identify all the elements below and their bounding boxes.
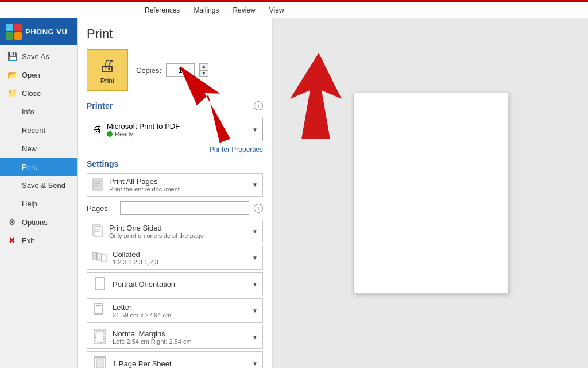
margins-icon: [92, 329, 108, 345]
pages-input[interactable]: [120, 201, 249, 215]
copies-input[interactable]: [166, 63, 195, 77]
logo: PHONG VU: [0, 18, 77, 45]
status-dot: [107, 131, 113, 137]
info-icon: [7, 106, 17, 117]
sidebar-item-label: Recent: [22, 126, 45, 135]
setting-collated[interactable]: Collated 1,2,3 1,2,3 1,2,3 ▼: [87, 246, 263, 270]
print-panel: Print 🖨 Print Copies: ▲ ▼ Print: [78, 18, 273, 368]
setting-dropdown-arrow: ▼: [252, 228, 258, 235]
content-area: Print 🖨 Print Copies: ▲ ▼ Print: [78, 18, 588, 368]
setting-main: Letter: [113, 303, 171, 312]
setting-inner: Print All Pages Print the entire documen…: [92, 177, 180, 193]
sidebar-item-save-send[interactable]: Save & Send: [0, 176, 77, 194]
printer-name: Microsoft Print to PDF: [107, 122, 180, 131]
exit-icon: ✖: [7, 235, 17, 246]
sidebar-item-exit[interactable]: ✖ Exit: [0, 231, 77, 250]
top-menubar: References Mailings Review View: [0, 2, 588, 18]
setting-paper-size[interactable]: Letter 21.59 cm x 27.94 cm ▼: [87, 298, 263, 323]
menu-review[interactable]: Review: [226, 4, 262, 17]
setting-orientation[interactable]: Portrait Orientation ▼: [87, 272, 263, 296]
sidebar-item-close[interactable]: 📁 Close: [0, 84, 77, 102]
setting-dropdown-arrow: ▼: [252, 182, 258, 188]
recent-icon: [7, 125, 17, 135]
setting-text: Portrait Orientation: [113, 280, 175, 289]
printer-section-header: Printer i: [87, 101, 263, 113]
setting-main: Collated: [113, 250, 158, 259]
setting-pages-per-sheet[interactable]: 1 Page Per Sheet ▼: [87, 351, 263, 368]
sidebar-item-label: Save As: [22, 52, 49, 61]
printer-inner: 🖨 Microsoft Print to PDF Ready: [92, 122, 180, 137]
close-icon: 📁: [7, 88, 17, 98]
setting-main: Print All Pages: [109, 177, 180, 186]
sidebar: PHONG VU 💾 Save As 📂 Open 📁 Close Info R: [0, 18, 78, 368]
save-send-icon: [7, 180, 17, 190]
copies-row: Copies: ▲ ▼: [136, 63, 208, 77]
copies-down[interactable]: ▼: [199, 70, 208, 77]
logo-grid: [6, 24, 22, 40]
setting-dropdown-arrow: ▼: [252, 308, 258, 314]
preview-area: [273, 18, 588, 368]
setting-margins[interactable]: Normal Margins Left: 2.54 cm Right: 2.54…: [87, 325, 263, 349]
copies-spinner: ▲ ▼: [199, 63, 208, 77]
sidebar-items: 💾 Save As 📂 Open 📁 Close Info Recent: [0, 45, 77, 250]
pages-label: Pages:: [87, 204, 115, 213]
copies-up[interactable]: ▲: [199, 63, 208, 70]
printer-properties-anchor[interactable]: Printer Properties: [210, 145, 263, 154]
setting-dropdown-arrow: ▼: [252, 255, 258, 261]
setting-inner: Collated 1,2,3 1,2,3 1,2,3: [92, 250, 158, 266]
sidebar-item-print[interactable]: Print: [0, 158, 77, 176]
sidebar-item-label: Open: [22, 71, 40, 79]
brand-name: PHONG VU: [25, 28, 67, 36]
printer-info-icon[interactable]: i: [254, 101, 263, 110]
sidebar-item-new[interactable]: New: [0, 139, 77, 158]
setting-text: Print One Sided Only print on one side o…: [109, 224, 204, 239]
setting-dropdown-arrow: ▼: [252, 281, 258, 288]
setting-text: Collated 1,2,3 1,2,3 1,2,3: [113, 250, 158, 266]
printer-info: Microsoft Print to PDF Ready: [107, 122, 180, 137]
setting-inner: 1 Page Per Sheet: [92, 355, 172, 368]
one-sided-icon: [92, 224, 105, 239]
settings-section-header: Settings: [87, 159, 263, 168]
sidebar-item-save-as[interactable]: 💾 Save As: [0, 47, 77, 66]
new-icon: [7, 143, 17, 154]
svg-rect-9: [97, 254, 102, 260]
menu-mailings[interactable]: Mailings: [187, 4, 226, 17]
setting-print-pages[interactable]: Print All Pages Print the entire documen…: [87, 173, 263, 197]
setting-dropdown-arrow: ▼: [252, 334, 258, 340]
sidebar-item-label: Options: [22, 218, 48, 227]
setting-main: Print One Sided: [109, 224, 204, 232]
printer-selector[interactable]: 🖨 Microsoft Print to PDF Ready ▼: [87, 118, 263, 141]
copies-label: Copies:: [136, 66, 161, 75]
print-button[interactable]: 🖨 Print: [87, 49, 128, 91]
portrait-icon: [92, 276, 108, 292]
pages-info-icon[interactable]: i: [254, 204, 263, 213]
sidebar-item-recent[interactable]: Recent: [0, 121, 77, 139]
setting-main: Normal Margins: [113, 329, 192, 338]
print-button-label: Print: [100, 77, 115, 85]
sidebar-item-label: Print: [22, 163, 37, 171]
sidebar-item-help[interactable]: Help: [0, 194, 77, 213]
sidebar-item-label: Close: [22, 89, 41, 98]
save-as-icon: 💾: [7, 51, 17, 62]
setting-inner: Print One Sided Only print on one side o…: [92, 224, 204, 239]
printer-big-icon: 🖨: [99, 56, 115, 75]
setting-text: Normal Margins Left: 2.54 cm Right: 2.54…: [113, 329, 192, 345]
menu-references[interactable]: References: [138, 4, 187, 17]
sidebar-item-options[interactable]: ⚙ Options: [0, 213, 77, 231]
svg-rect-10: [102, 255, 106, 262]
menu-view[interactable]: View: [262, 4, 291, 17]
setting-inner: Normal Margins Left: 2.54 cm Right: 2.54…: [92, 329, 192, 345]
print-button-area: 🖨 Print Copies: ▲ ▼: [87, 49, 263, 91]
setting-main: 1 Page Per Sheet: [113, 359, 172, 368]
setting-one-sided[interactable]: Print One Sided Only print on one side o…: [87, 220, 263, 243]
sidebar-item-label: Exit: [22, 236, 34, 245]
printer-section-label: Printer: [87, 101, 113, 110]
setting-sub: Print the entire document: [109, 186, 180, 193]
svg-rect-13: [96, 305, 101, 306]
svg-rect-5: [94, 227, 102, 237]
sidebar-item-info[interactable]: Info: [0, 102, 77, 121]
printer-device-icon: 🖨: [92, 124, 102, 136]
sidebar-item-label: New: [22, 144, 37, 153]
setting-sub: 1,2,3 1,2,3 1,2,3: [113, 259, 158, 266]
sidebar-item-open[interactable]: 📂 Open: [0, 66, 77, 84]
